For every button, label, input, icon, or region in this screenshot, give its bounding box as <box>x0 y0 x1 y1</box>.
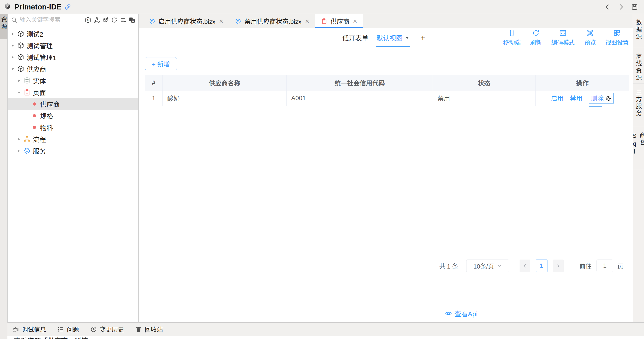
tree-item-label: 供应商 <box>40 99 60 109</box>
tree-item[interactable]: 流程 <box>8 133 138 145</box>
app-logo-icon <box>3 2 12 12</box>
view-actions: 移动端 刷新 编码模式 预览 视图设置 <box>503 28 629 47</box>
history-icon <box>90 326 97 333</box>
refresh-button[interactable]: 刷新 <box>530 29 542 46</box>
translate-icon[interactable]: En文 <box>128 17 135 24</box>
rail-tab-label: 三方服务 <box>634 89 643 117</box>
caret-down-icon <box>405 35 410 40</box>
tree-item[interactable]: 测试2 <box>8 28 138 40</box>
save-icon[interactable] <box>631 4 638 10</box>
page-size-value: 10条/页 <box>474 262 494 270</box>
chevron-right-icon[interactable] <box>11 32 17 36</box>
chevron-right-icon[interactable] <box>17 79 24 82</box>
footer-hint: 查看资源「供应商」详情 <box>8 336 644 339</box>
column-header-index: # <box>145 75 163 90</box>
rail-tab-third-party-services[interactable]: 三方服务 <box>633 84 644 127</box>
recycle-bin-button[interactable]: 回收站 <box>135 325 163 334</box>
table-scroll-track <box>145 256 629 257</box>
collapse-list-icon[interactable] <box>120 17 126 24</box>
action-label: 视图设置 <box>605 38 629 46</box>
rail-tab-offline-resources[interactable]: 离线资源 <box>633 48 644 84</box>
rail-tab-datasource[interactable]: 数据源 <box>633 14 644 48</box>
debug-info-button[interactable]: 调试信息 <box>12 325 46 334</box>
view-api-label: 查看Api <box>454 308 478 318</box>
prev-page-button[interactable] <box>520 260 530 272</box>
view-api-link[interactable]: 查看Api <box>445 308 478 318</box>
red-dot-icon <box>33 126 36 129</box>
refresh-icon[interactable] <box>111 17 118 24</box>
chevron-right-icon[interactable] <box>17 149 24 153</box>
gear-icon[interactable] <box>606 95 612 101</box>
nav-back-icon[interactable] <box>604 4 611 10</box>
editor-tab[interactable]: 启用供应商状态.bizx × <box>143 14 229 28</box>
tree-item-label: 流程 <box>33 134 46 144</box>
tree-item-label: 物料 <box>40 123 53 132</box>
chevron-down-icon[interactable] <box>17 90 24 94</box>
tree-item[interactable]: 测试管理1 <box>8 51 138 63</box>
page-icon <box>24 89 33 96</box>
ai-icon[interactable]: AI <box>84 17 91 24</box>
package-icon <box>17 54 26 61</box>
tab-lowcode-form[interactable]: 低开表单 <box>342 28 368 47</box>
enable-link[interactable]: 启用 <box>551 94 564 103</box>
delete-link[interactable]: 删除 <box>591 94 604 103</box>
chevron-right-icon[interactable] <box>11 55 17 59</box>
package-icon <box>17 30 26 37</box>
share-nodes-icon[interactable] <box>94 17 100 24</box>
editor-tab[interactable]: 禁用供应商状态.bizx × <box>229 14 315 28</box>
chevron-down-icon[interactable] <box>11 67 17 71</box>
goto-page-input[interactable] <box>596 260 613 272</box>
problems-button[interactable]: 问题 <box>58 325 79 334</box>
add-view-button[interactable]: + <box>418 28 428 47</box>
change-history-button[interactable]: 变更历史 <box>90 325 124 334</box>
rail-tab-resources[interactable]: 资源 <box>0 14 8 39</box>
tree-item-label: 测试管理 <box>26 41 53 50</box>
status-item-label: 问题 <box>67 325 79 334</box>
tree-item[interactable]: 规格 <box>8 110 138 122</box>
tree-item[interactable]: 实体 <box>8 75 138 86</box>
current-page-button[interactable]: 1 <box>536 260 548 272</box>
code-icon <box>559 29 566 37</box>
preview-button[interactable]: 预览 <box>584 29 596 46</box>
page-canvas: + 新增 # 供应商名称 统一社会信用代码 状态 操作 1 酸奶 A001 禁用… <box>138 47 633 322</box>
delete-link-selected[interactable]: 删除 <box>589 93 614 104</box>
column-header-name: 供应商名称 <box>163 75 287 90</box>
nav-forward-icon[interactable] <box>618 4 625 10</box>
editor-tab-label: 启用供应商状态.bizx <box>158 17 216 26</box>
status-bar: 调试信息 问题 变更历史 回收站 <box>8 322 644 336</box>
mobile-mode-button[interactable]: 移动端 <box>503 29 521 46</box>
gear-icon <box>235 18 241 24</box>
editor-tab-active[interactable]: 供应商 × <box>315 14 363 28</box>
close-icon[interactable]: × <box>219 18 224 25</box>
trash-icon <box>135 326 142 333</box>
add-button[interactable]: + 新增 <box>145 57 177 70</box>
tree-item[interactable]: 服务 <box>8 145 138 157</box>
right-activity-rail: 数据源 离线资源 三方服务 命名Sql <box>633 14 644 322</box>
chevron-right-icon[interactable] <box>17 137 24 141</box>
cell-status: 禁用 <box>433 90 536 106</box>
code-mode-button[interactable]: 编码模式 <box>551 29 575 46</box>
tab-default-view-label: 默认视图 <box>376 33 402 42</box>
tree-item[interactable]: 页面 <box>8 86 138 98</box>
svg-text:AI: AI <box>87 19 89 22</box>
tree-item[interactable]: 测试管理 <box>8 40 138 51</box>
package-icon <box>17 65 26 72</box>
add-package-icon[interactable] <box>102 17 109 24</box>
tree-item[interactable]: 物料 <box>8 122 138 133</box>
view-settings-button[interactable]: 视图设置 <box>605 29 629 46</box>
search-input[interactable] <box>20 16 82 24</box>
eye-icon <box>445 310 452 317</box>
tree-item[interactable]: 供应商 <box>8 63 138 75</box>
disable-link[interactable]: 禁用 <box>570 94 582 103</box>
rail-tab-label: 资源 <box>0 16 8 39</box>
page-size-select[interactable]: 10条/页 <box>466 260 509 272</box>
tree-item-selected[interactable]: 供应商 <box>8 98 138 110</box>
supplier-table: # 供应商名称 统一社会信用代码 状态 操作 1 酸奶 A001 禁用 启用 禁… <box>145 75 629 254</box>
chevron-right-icon[interactable] <box>11 44 17 48</box>
next-page-button[interactable] <box>553 260 564 272</box>
rail-tab-named-sql[interactable]: 命名Sql <box>633 127 644 169</box>
link-icon[interactable] <box>64 4 71 10</box>
close-icon[interactable]: × <box>353 18 357 25</box>
tab-default-view[interactable]: 默认视图 <box>376 28 410 47</box>
close-icon[interactable]: × <box>305 18 310 25</box>
